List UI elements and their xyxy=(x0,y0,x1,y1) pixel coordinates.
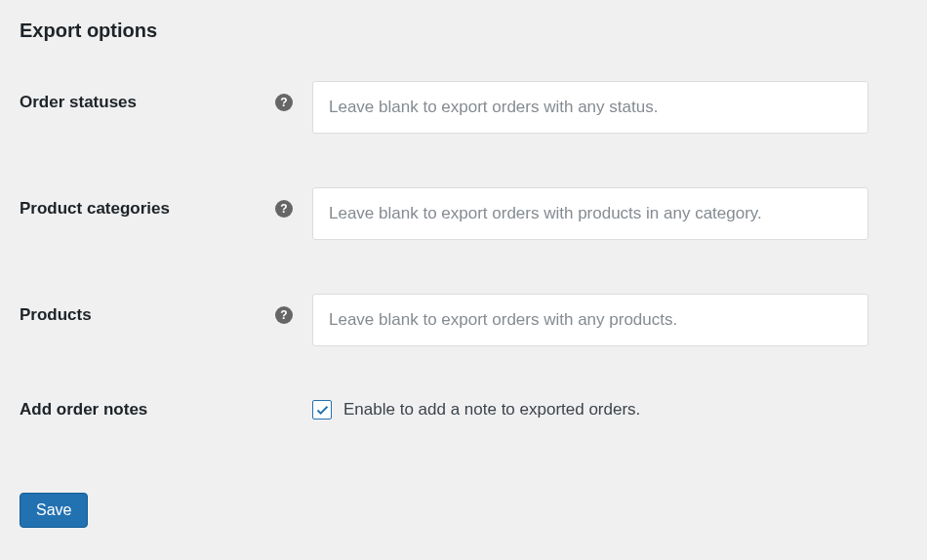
export-options-heading: Export options xyxy=(20,20,907,42)
products-row: Products ? xyxy=(20,294,907,346)
products-label: Products xyxy=(20,305,92,325)
add-order-notes-row: Add order notes Enable to add a note to … xyxy=(20,400,907,420)
help-icon[interactable]: ? xyxy=(275,94,293,111)
order-statuses-input-col xyxy=(312,81,907,134)
product-categories-row: Product categories ? xyxy=(20,187,907,240)
order-statuses-input[interactable] xyxy=(312,81,868,134)
add-order-notes-checkbox[interactable] xyxy=(312,400,332,420)
order-statuses-label: Order statuses xyxy=(20,93,137,112)
help-icon[interactable]: ? xyxy=(275,306,293,324)
save-button[interactable]: Save xyxy=(20,493,88,528)
help-icon[interactable]: ? xyxy=(275,200,293,218)
products-label-col: Products ? xyxy=(20,294,312,325)
product-categories-label: Product categories xyxy=(20,199,170,219)
products-input-col xyxy=(312,294,907,346)
product-categories-label-col: Product categories ? xyxy=(20,187,312,219)
order-statuses-row: Order statuses ? xyxy=(20,81,907,134)
check-icon xyxy=(315,403,330,418)
add-order-notes-input-col: Enable to add a note to exported orders. xyxy=(312,400,907,420)
product-categories-input[interactable] xyxy=(312,187,868,240)
order-statuses-label-col: Order statuses ? xyxy=(20,81,312,112)
add-order-notes-checkbox-label: Enable to add a note to exported orders. xyxy=(343,400,640,420)
add-order-notes-label: Add order notes xyxy=(20,400,147,420)
add-order-notes-label-col: Add order notes xyxy=(20,400,312,420)
products-input[interactable] xyxy=(312,294,868,346)
product-categories-input-col xyxy=(312,187,907,240)
